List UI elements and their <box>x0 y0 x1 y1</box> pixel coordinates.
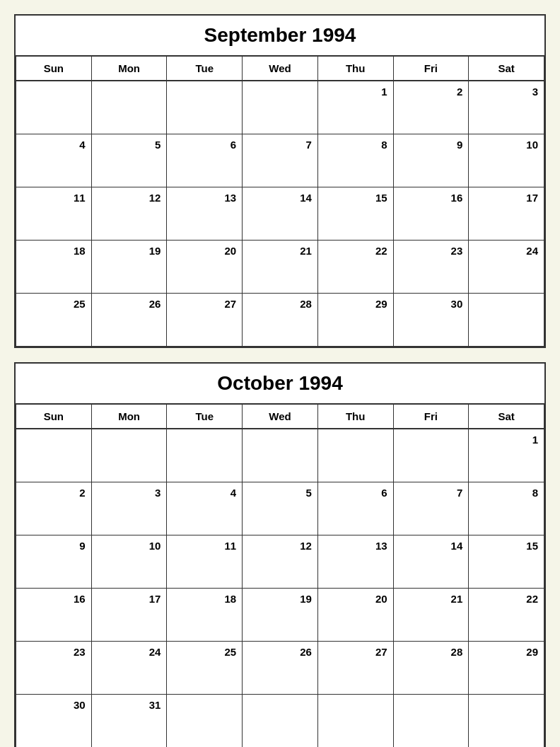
day-cell: 20 <box>318 589 394 642</box>
day-cell: 8 <box>318 134 394 187</box>
day-cell <box>167 81 243 134</box>
day-cell: 3 <box>92 482 168 535</box>
day-header-sun: Sun <box>16 405 92 429</box>
day-header-fri: Fri <box>394 57 469 81</box>
calendar-october-1994: October 1994SunMonTueWedThuFriSat1234567… <box>14 362 546 747</box>
day-cell: 4 <box>16 134 92 187</box>
day-cell: 11 <box>167 535 243 589</box>
day-cell <box>167 429 243 482</box>
day-cell: 27 <box>318 642 394 695</box>
day-cell: 14 <box>243 187 318 241</box>
day-header-tue: Tue <box>167 405 243 429</box>
day-cell <box>167 695 243 747</box>
day-cell: 1 <box>318 81 394 134</box>
day-cell <box>394 429 469 482</box>
day-cell <box>318 695 394 747</box>
day-cell: 16 <box>16 589 92 642</box>
day-cell: 31 <box>92 695 168 747</box>
day-cell: 4 <box>167 482 243 535</box>
day-cell: 25 <box>16 294 92 347</box>
calendar-grid-october-1994: SunMonTueWedThuFriSat1234567891011121314… <box>16 405 544 747</box>
day-cell: 29 <box>469 642 544 695</box>
day-cell: 18 <box>167 589 243 642</box>
day-cell: 26 <box>243 642 318 695</box>
day-cell: 28 <box>243 294 318 347</box>
day-cell: 14 <box>394 535 469 589</box>
day-header-sun: Sun <box>16 57 92 81</box>
day-cell: 24 <box>469 241 544 294</box>
day-cell: 11 <box>16 187 92 241</box>
day-cell: 9 <box>394 134 469 187</box>
day-cell <box>92 81 168 134</box>
day-cell: 17 <box>92 589 168 642</box>
day-cell: 22 <box>469 589 544 642</box>
day-cell: 5 <box>92 134 168 187</box>
day-header-mon: Mon <box>92 405 168 429</box>
day-cell: 9 <box>16 535 92 589</box>
calendar-grid-september-1994: SunMonTueWedThuFriSat1234567891011121314… <box>16 57 544 347</box>
day-cell: 29 <box>318 294 394 347</box>
day-cell: 23 <box>16 642 92 695</box>
day-header-thu: Thu <box>318 405 394 429</box>
day-cell: 10 <box>469 134 544 187</box>
calendar-title-october-1994: October 1994 <box>16 364 544 405</box>
day-cell: 2 <box>394 81 469 134</box>
day-cell: 3 <box>469 81 544 134</box>
day-cell <box>469 695 544 747</box>
day-cell: 21 <box>394 589 469 642</box>
day-cell: 12 <box>243 535 318 589</box>
day-cell <box>243 81 318 134</box>
day-header-wed: Wed <box>243 405 318 429</box>
day-header-sat: Sat <box>469 57 544 81</box>
day-cell: 26 <box>92 294 168 347</box>
day-cell <box>243 695 318 747</box>
day-header-sat: Sat <box>469 405 544 429</box>
day-cell: 16 <box>394 187 469 241</box>
day-cell: 10 <box>92 535 168 589</box>
day-cell: 25 <box>167 642 243 695</box>
day-cell: 15 <box>469 535 544 589</box>
day-cell: 30 <box>394 294 469 347</box>
day-cell: 7 <box>394 482 469 535</box>
day-cell: 27 <box>167 294 243 347</box>
day-cell: 19 <box>92 241 168 294</box>
day-cell: 15 <box>318 187 394 241</box>
day-cell: 19 <box>243 589 318 642</box>
day-cell <box>16 81 92 134</box>
day-cell <box>394 695 469 747</box>
day-header-tue: Tue <box>167 57 243 81</box>
day-cell: 18 <box>16 241 92 294</box>
day-cell: 13 <box>318 535 394 589</box>
day-cell: 23 <box>394 241 469 294</box>
day-cell: 8 <box>469 482 544 535</box>
day-cell <box>243 429 318 482</box>
calendar-september-1994: September 1994SunMonTueWedThuFriSat12345… <box>14 14 546 348</box>
day-cell <box>92 429 168 482</box>
day-cell: 1 <box>469 429 544 482</box>
day-cell: 22 <box>318 241 394 294</box>
day-cell: 12 <box>92 187 168 241</box>
day-cell: 5 <box>243 482 318 535</box>
day-cell <box>318 429 394 482</box>
day-header-fri: Fri <box>394 405 469 429</box>
day-cell <box>16 429 92 482</box>
day-cell <box>469 294 544 347</box>
day-header-thu: Thu <box>318 57 394 81</box>
day-cell: 6 <box>318 482 394 535</box>
day-cell: 6 <box>167 134 243 187</box>
day-cell: 30 <box>16 695 92 747</box>
day-cell: 20 <box>167 241 243 294</box>
calendar-title-september-1994: September 1994 <box>16 16 544 57</box>
day-cell: 7 <box>243 134 318 187</box>
calendar-container: September 1994SunMonTueWedThuFriSat12345… <box>14 14 546 747</box>
day-cell: 17 <box>469 187 544 241</box>
day-cell: 21 <box>243 241 318 294</box>
day-cell: 2 <box>16 482 92 535</box>
day-cell: 28 <box>394 642 469 695</box>
day-cell: 24 <box>92 642 168 695</box>
day-header-wed: Wed <box>243 57 318 81</box>
day-header-mon: Mon <box>92 57 168 81</box>
day-cell: 13 <box>167 187 243 241</box>
